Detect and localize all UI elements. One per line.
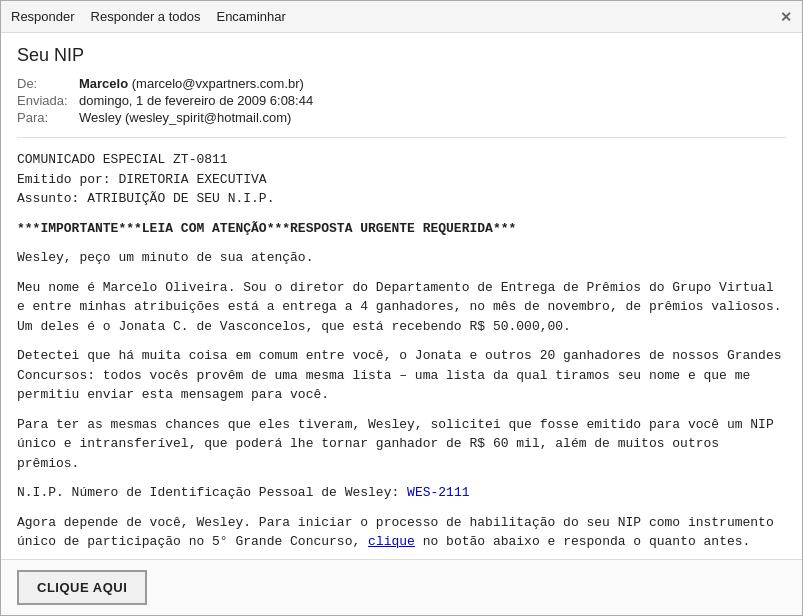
reply-button[interactable]: Responder [11, 9, 75, 24]
body-para4: Agora depende de você, Wesley. Para inic… [17, 513, 786, 552]
body-para2: Detectei que há muita coisa em comum ent… [17, 346, 786, 405]
body-important: ***IMPORTANTE***LEIA COM ATENÇÃO***RESPO… [17, 219, 786, 239]
body-header: COMUNICADO ESPECIAL ZT-0811 Emitido por:… [17, 150, 786, 209]
meta-sent: Enviada: domingo, 1 de fevereiro de 2009… [17, 93, 786, 108]
body-para3: Para ter as mesmas chances que eles tive… [17, 415, 786, 474]
clique-link[interactable]: clique [368, 534, 415, 549]
nip-code: WES-2111 [407, 485, 469, 500]
meta-to: Para: Wesley (wesley_spirit@hotmail.com) [17, 110, 786, 125]
from-value: Marcelo (marcelo@vxpartners.com.br) [79, 76, 304, 91]
clique-aqui-button[interactable]: CLIQUE AQUI [17, 570, 147, 605]
email-title: Seu NIP [17, 45, 786, 66]
email-body: COMUNICADO ESPECIAL ZT-0811 Emitido por:… [17, 150, 786, 552]
email-window: Responder Responder a todos Encaminhar ✕… [0, 0, 803, 616]
from-label: De: [17, 76, 79, 91]
button-area: CLIQUE AQUI [1, 559, 802, 615]
to-value: Wesley (wesley_spirit@hotmail.com) [79, 110, 291, 125]
email-meta: De: Marcelo (marcelo@vxpartners.com.br) … [17, 76, 786, 138]
sent-label: Enviada: [17, 93, 79, 108]
toolbar: Responder Responder a todos Encaminhar ✕ [1, 1, 802, 33]
body-greeting: Wesley, peço um minuto de sua atenção. [17, 248, 786, 268]
to-label: Para: [17, 110, 79, 125]
body-para1: Meu nome é Marcelo Oliveira. Sou o diret… [17, 278, 786, 337]
close-button[interactable]: ✕ [780, 9, 792, 25]
sent-value: domingo, 1 de fevereiro de 2009 6:08:44 [79, 93, 313, 108]
body-nip: N.I.P. Número de Identificação Pessoal d… [17, 483, 786, 503]
email-content: Seu NIP De: Marcelo (marcelo@vxpartners.… [1, 33, 802, 559]
forward-button[interactable]: Encaminhar [216, 9, 285, 24]
reply-all-button[interactable]: Responder a todos [91, 9, 201, 24]
meta-from: De: Marcelo (marcelo@vxpartners.com.br) [17, 76, 786, 91]
